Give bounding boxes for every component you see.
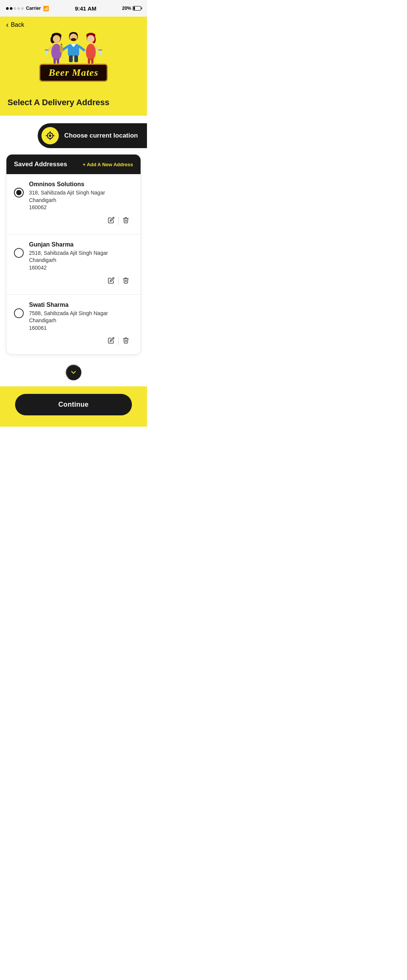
address-name-3: Swati Sharma: [29, 302, 133, 308]
svg-rect-31: [88, 59, 90, 64]
address-line2-3: Chandigarh: [29, 317, 133, 325]
battery-icon: [133, 6, 141, 11]
edit-button-2[interactable]: [104, 275, 118, 288]
signal-dots: [6, 7, 24, 10]
back-button[interactable]: ‹ Back: [6, 21, 24, 29]
battery-fill: [134, 7, 135, 10]
address-content-3: Swati Sharma 7588, Sahibzada Ajit Singh …: [29, 302, 133, 348]
battery-percent: 20%: [122, 6, 131, 11]
address-line2-1: Chandigarh: [29, 197, 133, 204]
address-row-2: Gunjan Sharma 2518, Sahibzada Ajit Singh…: [14, 241, 133, 288]
chevron-down-icon: [70, 369, 77, 376]
delete-button-1[interactable]: [119, 215, 133, 227]
radio-inner-1: [16, 190, 21, 195]
svg-rect-19: [61, 44, 62, 45]
address-actions-3: [29, 335, 133, 347]
status-right: 20%: [122, 6, 141, 11]
svg-rect-30: [99, 49, 102, 51]
dot-2: [10, 7, 13, 10]
saved-addresses-title: Saved Addresses: [14, 161, 67, 168]
address-item-1: Omninos Solutions 318, Sahibzada Ajit Si…: [6, 174, 141, 234]
address-actions-1: [29, 215, 133, 227]
back-chevron-icon: ‹: [6, 21, 9, 29]
svg-line-20: [79, 46, 84, 50]
gap-spacer: [0, 116, 147, 123]
address-content-2: Gunjan Sharma 2518, Sahibzada Ajit Singh…: [29, 241, 133, 288]
address-name-2: Gunjan Sharma: [29, 241, 133, 248]
svg-text:★: ★: [81, 38, 84, 43]
logo-container: ★ ✦ Beer Mates: [6, 31, 141, 82]
wifi-icon: 📶: [43, 6, 49, 11]
carrier-label: Carrier: [26, 6, 41, 11]
address-line1-3: 7588, Sahibzada Ajit Singh Nagar: [29, 310, 133, 317]
svg-text:✦: ✦: [49, 42, 51, 45]
addresses-card: Saved Addresses + Add A New Address Omni…: [6, 154, 141, 355]
address-name-1: Omninos Solutions: [29, 181, 133, 188]
svg-point-26: [87, 35, 95, 43]
edit-icon-2: [108, 277, 114, 284]
address-row-1: Omninos Solutions 318, Sahibzada Ajit Si…: [14, 181, 133, 227]
svg-point-27: [86, 44, 96, 60]
logo-text: Beer Mates: [49, 67, 99, 78]
card-header: Saved Addresses + Add A New Address: [6, 154, 141, 174]
svg-rect-6: [45, 50, 48, 55]
address-actions-2: [29, 275, 133, 288]
address-pincode-1: 160062: [29, 204, 133, 212]
continue-area: Continue: [0, 387, 147, 427]
address-item-2: Gunjan Sharma 2518, Sahibzada Ajit Singh…: [6, 234, 141, 295]
delete-icon-1: [122, 217, 129, 224]
crosshair-icon: [45, 131, 55, 141]
address-line1-2: 2518, Sahibzada Ajit Singh Nagar: [29, 250, 133, 257]
edit-icon-3: [108, 337, 114, 344]
dot-1: [6, 7, 9, 10]
page-title: Select A Delivery Address: [8, 98, 140, 107]
svg-rect-17: [60, 46, 63, 52]
radio-button-1[interactable]: [14, 188, 24, 197]
svg-point-36: [49, 135, 52, 137]
dot-5: [21, 7, 24, 10]
svg-point-3: [53, 35, 60, 43]
location-section: Choose current location: [0, 123, 147, 154]
add-address-label: + Add A New Address: [83, 162, 133, 167]
svg-rect-9: [57, 59, 59, 64]
dot-3: [14, 7, 16, 10]
address-line2-2: Chandigarh: [29, 257, 133, 264]
back-label: Back: [11, 21, 24, 28]
svg-rect-7: [45, 49, 49, 51]
svg-rect-8: [54, 59, 56, 64]
radio-button-3[interactable]: [14, 308, 24, 318]
edit-button-3[interactable]: [104, 335, 118, 347]
location-icon-wrap: [41, 127, 59, 144]
edit-button-1[interactable]: [104, 215, 118, 227]
delete-button-3[interactable]: [119, 335, 133, 347]
address-pincode-2: 160042: [29, 264, 133, 272]
svg-rect-29: [99, 50, 102, 55]
svg-rect-32: [91, 59, 94, 64]
svg-line-16: [62, 46, 68, 50]
status-bar: Carrier 📶 9:41 AM 20%: [0, 0, 147, 17]
svg-rect-22: [74, 56, 78, 62]
section-title-bar: Select A Delivery Address: [0, 91, 147, 116]
address-item-3: Swati Sharma 7588, Sahibzada Ajit Singh …: [6, 295, 141, 355]
dot-4: [17, 7, 20, 10]
add-address-button[interactable]: + Add A New Address: [83, 162, 133, 167]
status-left: Carrier 📶: [6, 6, 49, 11]
edit-icon-1: [108, 217, 114, 224]
address-pincode-3: 160061: [29, 325, 133, 332]
continue-button[interactable]: Continue: [15, 394, 132, 415]
radio-button-2[interactable]: [14, 248, 24, 258]
delete-icon-3: [122, 337, 129, 344]
current-location-button[interactable]: Choose current location: [38, 123, 147, 148]
address-row-3: Swati Sharma 7588, Sahibzada Ajit Singh …: [14, 302, 133, 348]
header-area: ‹ Back: [0, 17, 147, 91]
delete-icon-2: [122, 277, 129, 284]
address-line1-1: 318, Sahibzada Ajit Singh Nagar: [29, 189, 133, 197]
time-display: 9:41 AM: [75, 5, 97, 12]
svg-point-13: [71, 38, 76, 41]
scroll-down-button[interactable]: [65, 364, 81, 380]
delete-button-2[interactable]: [119, 275, 133, 288]
location-btn-label: Choose current location: [64, 132, 138, 140]
logo-badge: Beer Mates: [39, 64, 108, 82]
logo-figures: ★ ✦: [43, 31, 103, 65]
scroll-indicator: [0, 361, 147, 387]
